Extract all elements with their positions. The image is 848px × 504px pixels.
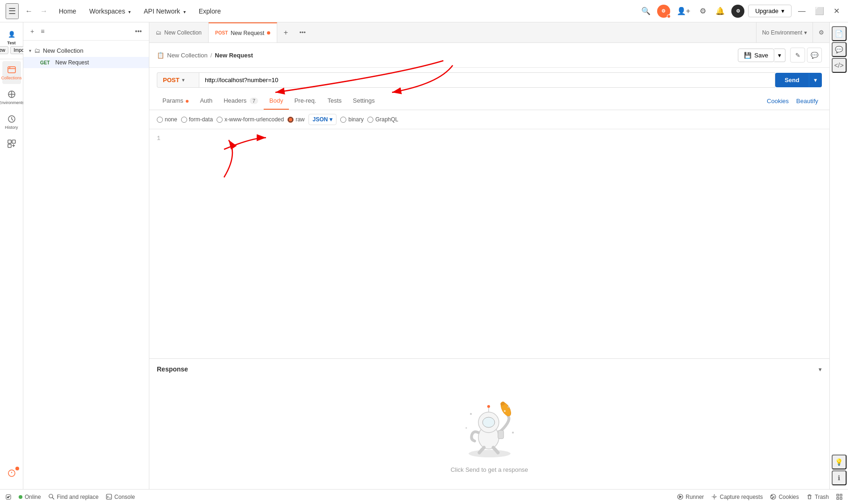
api-network-link[interactable]: API Network ▾ [139,5,190,18]
right-strip-info-icon[interactable]: ℹ [832,470,847,485]
online-label: Online [25,494,41,500]
request-item-new-request[interactable]: GET New Request [23,57,149,68]
tab-headers[interactable]: Headers 7 [218,92,264,110]
tab-params[interactable]: Params [157,92,194,110]
sidebar-item-new-workspace[interactable] [2,135,21,152]
url-input[interactable] [199,72,775,88]
console-item[interactable]: Console [106,494,135,500]
tab-collection-icon: 🗂 [156,29,161,36]
runner-item[interactable]: Runner [677,494,704,500]
body-urlencoded-radio[interactable]: x-www-form-urlencoded [217,116,284,123]
svg-rect-33 [840,497,842,499]
body-area: 1 Response ▾ [149,129,829,489]
body-binary-radio[interactable]: binary [340,116,364,123]
response-empty-state: Click Send to get a response [450,377,528,483]
close-button[interactable]: ✕ [831,4,842,18]
tab-new-collection[interactable]: 🗂 New Collection [149,22,209,42]
user-menu[interactable]: 👤 [5,29,18,40]
alert-dot [15,467,19,470]
body-none-radio[interactable]: none [157,116,177,123]
cookies-link[interactable]: Cookies [763,94,792,108]
find-replace-item[interactable]: Find and replace [49,494,98,500]
grid-icon-item[interactable] [836,494,842,500]
sidebar-item-environments[interactable]: Environments [2,86,21,109]
maximize-button[interactable]: ⬜ [812,4,827,18]
explore-link[interactable]: Explore [194,5,225,18]
save-button[interactable]: 💾 Save [738,49,774,62]
new-button[interactable]: New [0,46,8,54]
sidebar-item-history[interactable]: History [2,111,21,133]
response-hint-text: Click Send to get a response [450,466,528,473]
tab-add-button[interactable]: + [277,22,294,42]
capture-item[interactable]: Capture requests [711,494,763,500]
find-replace-label: Find and replace [57,494,98,500]
body-graphql-radio[interactable]: GraphQL [367,116,398,123]
avatar-primary: ⚙ [657,5,670,18]
body-raw-radio[interactable]: raw [287,116,304,123]
cookies-item[interactable]: Cookies [770,494,799,500]
beautify-button[interactable]: Beautify [792,94,822,108]
code-editor[interactable]: 1 [149,129,829,358]
tab-more-button[interactable]: ••• [294,22,311,42]
tab-tests[interactable]: Tests [322,92,347,110]
tab-settings[interactable]: Settings [347,92,380,110]
capture-label: Capture requests [720,494,763,500]
svg-point-25 [714,496,715,498]
save-dropdown-button[interactable]: ▾ [774,49,785,62]
tab-unsaved-dot [267,31,270,35]
online-status: Online [19,494,41,500]
add-collection-icon[interactable]: + [29,26,35,36]
right-strip-docs-icon[interactable]: 📄 [832,26,847,41]
workspaces-link[interactable]: Workspaces ▾ [84,5,135,18]
send-button[interactable]: Send [775,73,809,87]
tab-prereq[interactable]: Pre-req. [289,92,322,110]
filter-icon[interactable]: ≡ [39,26,46,36]
body-formdata-radio[interactable]: form-data [181,116,213,123]
tab-new-request[interactable]: POST New Request [209,22,277,42]
svg-point-27 [771,495,772,496]
trash-item[interactable]: Trash [806,494,829,500]
env-settings-icon[interactable]: ⚙ [813,22,829,42]
json-chevron: ▾ [329,116,332,123]
settings-icon[interactable]: ⚙ [697,4,709,18]
breadcrumb-icon: 📋 [157,52,164,59]
comment-icon-button[interactable]: 💬 [807,48,822,63]
tab-auth[interactable]: Auth [194,92,218,110]
home-link[interactable]: Home [54,5,81,18]
back-button[interactable]: ← [22,5,35,17]
response-header: Response ▾ [157,365,822,373]
right-strip-comments-icon[interactable]: 💬 [832,42,847,57]
json-label: JSON [313,116,328,123]
no-env-label: No Environment [762,29,802,36]
headers-badge: 7 [250,98,258,104]
forward-button[interactable]: → [37,5,50,17]
svg-point-16 [507,406,509,408]
invite-icon[interactable]: 👤+ [674,4,693,18]
save-label: Save [754,52,768,59]
collections-panel: + ≡ ••• ▾ 🗂 New Collection GET New Reque… [23,22,149,489]
api-chevron: ▾ [183,9,186,14]
search-icon[interactable]: 🔍 [638,4,653,18]
tab-body[interactable]: Body [264,92,289,110]
svg-point-15 [470,413,472,415]
upgrade-button[interactable]: Upgrade ▾ [748,5,792,17]
response-collapse-icon[interactable]: ▾ [819,366,822,373]
send-dropdown-button[interactable]: ▾ [809,73,822,87]
breadcrumb-collection[interactable]: New Collection [167,52,208,59]
edit-icon-button[interactable]: ✎ [790,48,805,63]
environment-selector[interactable]: No Environment ▾ [756,22,813,42]
environments-label: Environments [0,100,24,105]
sidebar-alerts-icon[interactable] [2,465,21,482]
response-title: Response [157,365,188,373]
right-strip-lightbulb-icon[interactable]: 💡 [832,455,847,469]
more-options-icon[interactable]: ••• [133,26,143,36]
method-selector[interactable]: POST ▾ [157,72,199,88]
json-type-selector[interactable]: JSON ▾ [308,114,337,125]
menu-icon[interactable]: ☰ [6,3,19,19]
sidebar-item-collections[interactable]: Collections [2,61,21,84]
right-strip-code-icon[interactable]: </> [832,58,847,73]
notification-icon[interactable]: 🔔 [713,4,728,18]
minimize-button[interactable]: — [795,4,808,18]
save-section: 💾 Save ▾ [738,49,785,62]
collection-new-collection[interactable]: ▾ 🗂 New Collection [23,44,149,57]
